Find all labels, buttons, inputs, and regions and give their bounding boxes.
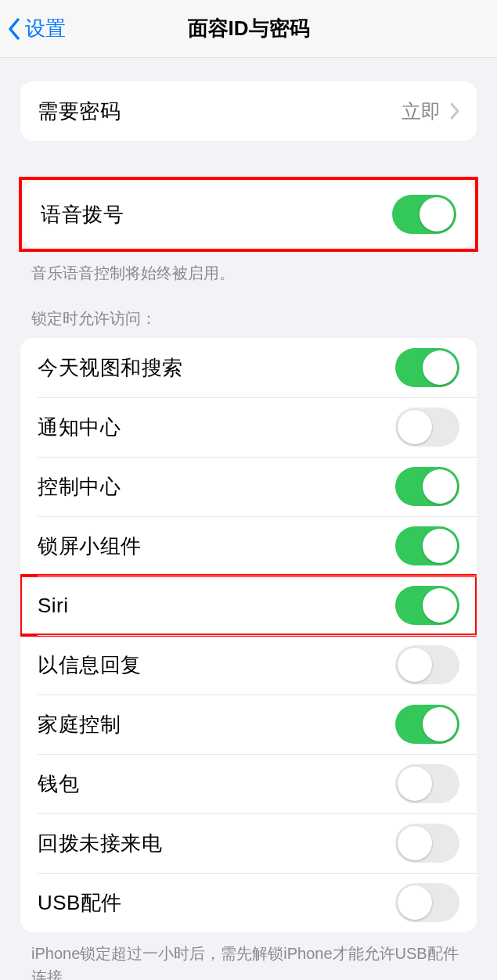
lock-item-toggle[interactable] [395,586,459,625]
lock-item-label: 锁屏小组件 [38,533,142,560]
voice-dial-toggle[interactable] [392,195,456,234]
require-passcode-value: 立即 [402,99,441,124]
lock-item-toggle[interactable] [395,348,459,387]
back-button[interactable]: 设置 [0,15,66,42]
back-label: 设置 [25,15,66,42]
lock-item-toggle[interactable] [395,467,459,506]
lock-item-label: 今天视图和搜索 [38,354,183,382]
lock-item-row: 通知中心 [20,397,477,457]
require-passcode-row[interactable]: 需要密码 立即 [20,81,477,141]
lock-item-row: 以信息回复 [20,635,477,695]
lock-item-toggle[interactable] [395,764,459,803]
lock-item-row: USB配件 [20,873,477,932]
nav-bar: 设置 面容ID与密码 [0,0,497,58]
lock-item-toggle[interactable] [395,407,459,447]
lock-item-toggle[interactable] [395,824,459,863]
chevron-left-icon [8,18,20,40]
chevron-right-icon [450,102,459,120]
lock-item-label: 家庭控制 [38,711,121,738]
lock-item-label: 以信息回复 [38,652,142,679]
lock-item-toggle[interactable] [395,526,459,565]
page-title: 面容ID与密码 [0,15,497,42]
usb-note: iPhone锁定超过一小时后，需先解锁iPhone才能允许USB配件连接。 [0,932,497,980]
lock-item-row: 家庭控制 [20,695,477,754]
voice-dial-row: 语音拨号 [23,180,474,249]
lock-item-label: Siri [38,594,69,618]
lock-item-row: 钱包 [20,754,477,813]
lock-item-row: 控制中心 [20,457,477,516]
voice-dial-label: 语音拨号 [41,201,124,228]
lock-item-toggle[interactable] [395,883,459,922]
lock-item-label: USB配件 [38,889,122,917]
lock-item-row-siri-highlight: Siri [20,576,477,635]
lock-item-label: 通知中心 [38,414,121,441]
voice-dial-highlight: 语音拨号 [19,177,478,252]
lock-item-row: 锁屏小组件 [20,516,477,576]
lock-item-label: 钱包 [38,770,79,798]
require-passcode-label: 需要密码 [38,98,121,125]
lock-access-group: 今天视图和搜索通知中心控制中心锁屏小组件Siri以信息回复家庭控制钱包回拨未接来… [20,338,477,932]
voice-dial-note: 音乐语音控制将始终被启用。 [0,252,497,285]
passcode-group: 需要密码 立即 [20,81,477,141]
lock-item-row: 今天视图和搜索 [20,338,477,397]
lock-item-label: 回拨未接来电 [38,830,162,857]
lock-item-row: 回拨未接来电 [20,813,477,873]
lock-item-toggle[interactable] [395,705,459,744]
lock-item-toggle[interactable] [395,645,459,684]
lock-access-header: 锁定时允许访问： [0,285,497,338]
lock-item-label: 控制中心 [38,473,121,501]
